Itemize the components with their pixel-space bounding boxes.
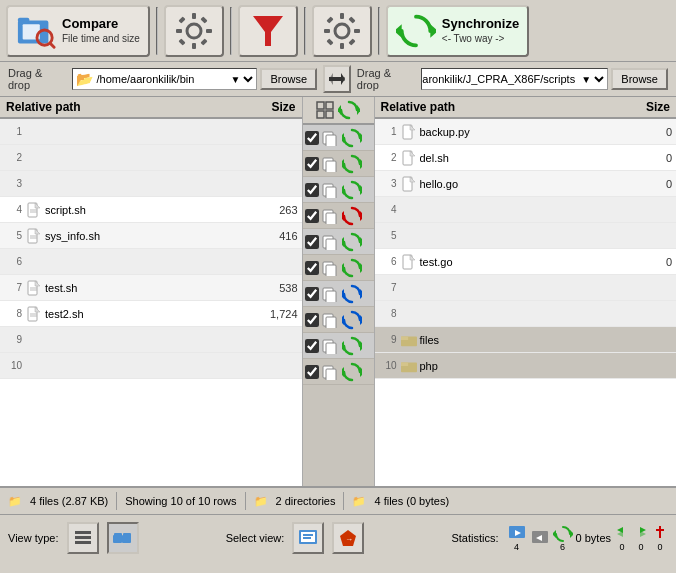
right-path-input[interactable] (422, 73, 577, 85)
row-checkbox[interactable] (305, 209, 319, 223)
svg-rect-59 (326, 187, 336, 198)
copy-left-button[interactable] (321, 155, 339, 173)
compare-button[interactable]: Compare File time and size (6, 5, 150, 57)
sync-action-icon[interactable] (341, 335, 363, 357)
sync-action-icon[interactable] (341, 257, 363, 279)
left-table-row[interactable]: 4 script.sh 263 (0, 197, 302, 223)
right-folder-status-icon: 📁 (254, 495, 268, 508)
copy-left-button[interactable] (321, 311, 339, 329)
copy-left-button[interactable] (321, 129, 339, 147)
svg-marker-68 (360, 237, 362, 247)
stat-n3: 0 (657, 542, 662, 552)
left-table-row[interactable]: 1 (0, 119, 302, 145)
copy-left-button[interactable] (321, 337, 339, 355)
file-icon (27, 280, 41, 296)
synchronize-button[interactable]: Synchronize <- Two way -> (386, 5, 529, 57)
status-sep-1 (116, 492, 117, 510)
row-number: 1 (4, 126, 22, 137)
file-type-icon (26, 150, 42, 166)
right-path-dropdown[interactable]: ▼ (577, 69, 607, 89)
right-table-row[interactable]: 4 (375, 197, 677, 223)
view-list-button[interactable] (67, 522, 99, 554)
select-view-btn2[interactable]: → (332, 522, 364, 554)
right-browse-button[interactable]: Browse (611, 68, 668, 90)
left-path-input[interactable] (96, 73, 226, 85)
left-file-panel: Relative path Size 1 2 3 4 script.sh 263… (0, 97, 303, 486)
row-checkbox[interactable] (305, 339, 319, 353)
copy-left-button[interactable] (321, 285, 339, 303)
row-checkbox[interactable] (305, 287, 319, 301)
row-checkbox[interactable] (305, 313, 319, 327)
file-icon (27, 202, 41, 218)
right-table-row[interactable]: 5 (375, 223, 677, 249)
sync-action-icon[interactable] (341, 283, 363, 305)
sync-action-icon[interactable] (341, 179, 363, 201)
file-type-icon (26, 306, 42, 322)
select-view-btn1[interactable] (292, 522, 324, 554)
left-table-row[interactable]: 6 (0, 249, 302, 275)
copy-left-button[interactable] (321, 233, 339, 251)
settings-button[interactable] (164, 5, 224, 57)
stat-bytes: 0 bytes (576, 532, 611, 544)
left-table-row[interactable]: 7 test.sh 538 (0, 275, 302, 301)
options-button[interactable] (312, 5, 372, 57)
left-table-row[interactable]: 8 test2.sh 1,724 (0, 301, 302, 327)
svg-marker-76 (360, 289, 362, 299)
svg-marker-33 (35, 229, 40, 234)
right-table-row[interactable]: 6 test.go 0 (375, 249, 677, 275)
row-checkbox[interactable] (305, 157, 319, 171)
view-type-label: View type: (8, 532, 59, 544)
file-name: test2.sh (45, 308, 248, 320)
sync-action-icon[interactable] (341, 309, 363, 331)
row-checkbox[interactable] (305, 365, 319, 379)
right-table-row[interactable]: 7 (375, 275, 677, 301)
left-folder-status-icon: 📁 (8, 495, 22, 508)
sync-action-icon[interactable] (341, 231, 363, 253)
copy-left-button[interactable] (321, 363, 339, 381)
svg-rect-63 (326, 213, 336, 224)
sync-action-icon[interactable] (341, 127, 363, 149)
copy-left-button[interactable] (321, 181, 339, 199)
row-checkbox[interactable] (305, 183, 319, 197)
right-table-row[interactable]: 3 hello.go 0 (375, 171, 677, 197)
compare-icon (16, 11, 56, 51)
row-checkbox[interactable] (305, 261, 319, 275)
left-table-row[interactable]: 5 sys_info.sh 416 (0, 223, 302, 249)
sync-action-icon[interactable] (341, 205, 363, 227)
left-browse-button[interactable]: Browse (260, 68, 317, 90)
svg-marker-88 (360, 367, 362, 377)
right-col-path-header: Relative path (381, 100, 611, 114)
left-table-row[interactable]: 2 (0, 145, 302, 171)
view-folder-button[interactable] (107, 522, 139, 554)
row-number: 2 (4, 152, 22, 163)
stat-count-1: 4 (514, 542, 519, 552)
copy-left-button[interactable] (321, 259, 339, 277)
right-table-row[interactable]: 2 del.sh 0 (375, 145, 677, 171)
separator-1 (156, 7, 158, 55)
file-name: del.sh (420, 152, 623, 164)
left-table-row[interactable]: 9 (0, 327, 302, 353)
sync-action-icon[interactable] (341, 361, 363, 383)
svg-rect-11 (200, 16, 207, 23)
sync-action-icon[interactable] (341, 153, 363, 175)
file-name: files (420, 334, 623, 346)
file-size: 263 (248, 204, 298, 216)
svg-marker-120 (553, 530, 556, 538)
left-table-row[interactable]: 10 (0, 353, 302, 379)
right-table-row[interactable]: 10 php (375, 353, 677, 379)
file-size: 538 (248, 282, 298, 294)
filter-button[interactable] (238, 5, 298, 57)
svg-rect-79 (326, 317, 336, 328)
row-number: 8 (4, 308, 22, 319)
svg-rect-20 (326, 16, 333, 23)
row-checkbox[interactable] (305, 235, 319, 249)
left-path-dropdown[interactable]: ▼ (226, 69, 256, 89)
right-table-row[interactable]: 9 files (375, 327, 677, 353)
right-table-row[interactable]: 8 (375, 301, 677, 327)
swap-paths-button[interactable] (323, 65, 351, 93)
settings-icon (174, 11, 214, 51)
row-checkbox[interactable] (305, 131, 319, 145)
right-table-row[interactable]: 1 backup.py 0 (375, 119, 677, 145)
copy-left-button[interactable] (321, 207, 339, 225)
left-table-row[interactable]: 3 (0, 171, 302, 197)
